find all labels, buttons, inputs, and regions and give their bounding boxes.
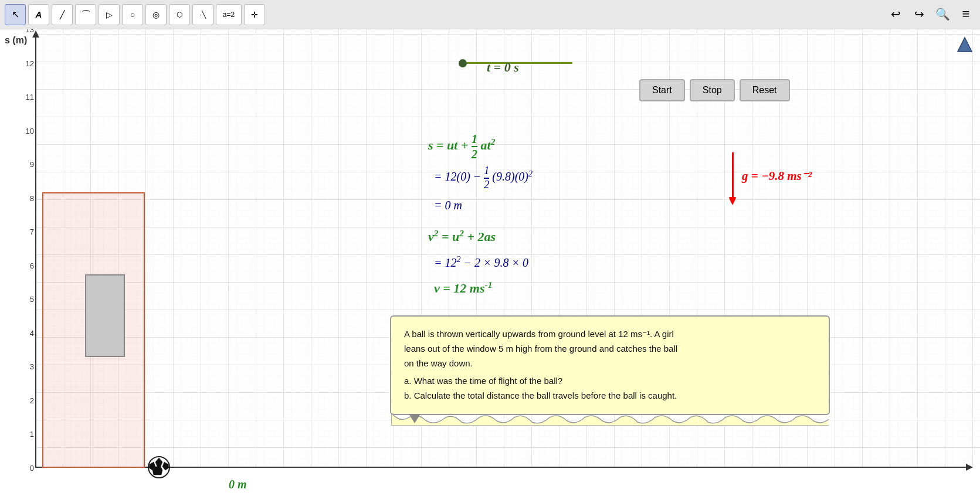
eq-blue-1: = 12(0) − 1 2 (9.8)(0)2 bbox=[428, 165, 533, 191]
top-right-icon[interactable] bbox=[955, 35, 974, 54]
y-axis-line bbox=[35, 35, 36, 468]
tool-equation[interactable]: a=2 bbox=[216, 4, 242, 25]
tool-circle[interactable]: ○ bbox=[122, 4, 143, 25]
text-icon: A bbox=[36, 9, 42, 19]
y-tick-0: 0 bbox=[18, 464, 34, 473]
equations-block: s = ut + 1 2 at2 = 12(0) − 1 2 (9.8)(0)2… bbox=[428, 132, 533, 300]
eq-blue-2: = 0 m bbox=[428, 195, 533, 216]
circle-icon: ○ bbox=[130, 10, 135, 19]
problem-qb: b. Calculate the total distance the ball… bbox=[404, 389, 816, 403]
y-tick-12: 12 bbox=[18, 59, 34, 68]
eq-green-1: s = ut + 1 2 at2 bbox=[428, 132, 533, 161]
x-axis-line bbox=[35, 467, 968, 468]
y-tick-1: 1 bbox=[18, 430, 34, 439]
toolbar-right-tools: ↩ ↪ 🔍 ≡ bbox=[886, 5, 975, 23]
menu-button[interactable]: ≡ bbox=[957, 5, 975, 23]
triangle-icon: ▷ bbox=[106, 10, 113, 19]
canvas-area: s (m) t = 0 s Start Stop Reset s = bbox=[0, 29, 980, 503]
reset-button[interactable]: Reset bbox=[740, 79, 790, 101]
y-tick-10: 10 bbox=[18, 127, 34, 135]
undo-icon: ↩ bbox=[891, 7, 901, 21]
time-label: t = 0 s bbox=[487, 60, 519, 75]
problem-box: A ball is thrown vertically upwards from… bbox=[390, 315, 830, 415]
ball-dot bbox=[459, 59, 467, 67]
problem-text-2: leans out of the window 5 m high from th… bbox=[404, 342, 816, 356]
multiline-icon: ⁀ bbox=[83, 10, 89, 19]
ball bbox=[148, 456, 170, 478]
x-distance-label: 0 m bbox=[229, 478, 247, 491]
eq-blue-3: = 122 − 2 × 9.8 × 0 bbox=[428, 252, 533, 273]
tool-dotline[interactable]: ·╲ bbox=[192, 4, 213, 25]
ball-trajectory-line bbox=[467, 62, 572, 64]
redo-icon: ↪ bbox=[914, 7, 924, 21]
problem-text-1: A ball is thrown vertically upwards from… bbox=[404, 327, 816, 342]
hamburger-icon: ≡ bbox=[962, 6, 970, 22]
equation-icon: a=2 bbox=[223, 11, 235, 19]
tool-text[interactable]: A bbox=[28, 4, 49, 25]
svg-marker-7 bbox=[958, 38, 972, 52]
search-button[interactable]: 🔍 bbox=[933, 5, 952, 23]
search-icon: 🔍 bbox=[935, 7, 950, 21]
control-buttons: Start Stop Reset bbox=[639, 79, 790, 101]
select-icon: ↖ bbox=[12, 9, 19, 20]
gravity-arrow bbox=[732, 152, 734, 199]
y-tick-13: 13 bbox=[18, 29, 34, 34]
y-tick-11: 11 bbox=[18, 93, 34, 101]
dotline-icon: ·╲ bbox=[200, 11, 206, 19]
eq-green-3: v = 12 ms-1 bbox=[428, 277, 533, 300]
y-tick-6: 6 bbox=[18, 261, 34, 270]
y-axis-label: s (m) bbox=[5, 35, 27, 46]
tool-multiline[interactable]: ⁀ bbox=[75, 4, 96, 25]
line-icon: ╱ bbox=[60, 10, 65, 19]
tool-triangle[interactable]: ▷ bbox=[99, 4, 120, 25]
move-icon: ✛ bbox=[251, 10, 258, 19]
redo-button[interactable]: ↪ bbox=[910, 5, 928, 23]
y-tick-2: 2 bbox=[18, 396, 34, 405]
tool-target[interactable]: ◎ bbox=[145, 4, 167, 25]
problem-qa: a. What was the time of flight of the ba… bbox=[404, 374, 816, 389]
window-rect bbox=[85, 274, 125, 357]
undo-button[interactable]: ↩ bbox=[886, 5, 905, 23]
y-axis-text: s (m) bbox=[5, 35, 27, 45]
y-tick-7: 7 bbox=[18, 227, 34, 236]
tool-line[interactable]: ╱ bbox=[52, 4, 73, 25]
y-tick-9: 9 bbox=[18, 160, 34, 169]
target-icon: ◎ bbox=[152, 10, 160, 19]
start-button[interactable]: Start bbox=[639, 79, 685, 101]
stop-button[interactable]: Stop bbox=[690, 79, 735, 101]
eq-green-2: v2 = u2 + 2as bbox=[428, 225, 533, 249]
torn-edge bbox=[391, 413, 829, 426]
y-tick-3: 3 bbox=[18, 362, 34, 371]
tool-move[interactable]: ✛ bbox=[244, 4, 265, 25]
y-tick-4: 4 bbox=[18, 329, 34, 338]
tool-polygon[interactable]: ⬡ bbox=[169, 4, 190, 25]
gravity-label: g = −9.8 ms⁻² bbox=[742, 169, 812, 183]
y-tick-5: 5 bbox=[18, 295, 34, 304]
toolbar: ↖ A ╱ ⁀ ▷ ○ ◎ ⬡ ·╲ a=2 ✛ ↩ ↪ 🔍 ≡ bbox=[0, 0, 980, 29]
polygon-icon: ⬡ bbox=[177, 11, 182, 19]
y-tick-8: 8 bbox=[18, 194, 34, 203]
problem-text-3: on the way down. bbox=[404, 356, 816, 371]
tool-select[interactable]: ↖ bbox=[5, 4, 26, 25]
